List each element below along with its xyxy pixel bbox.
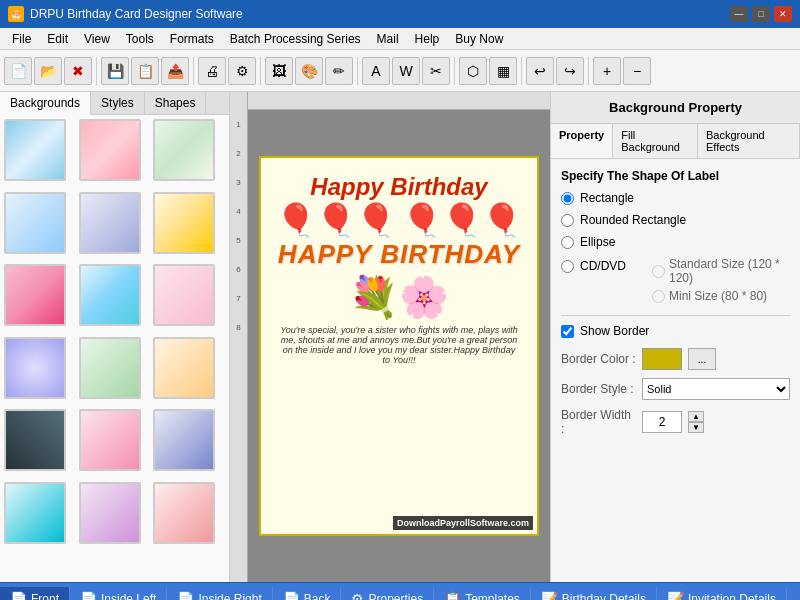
bg-thumb-5[interactable]	[79, 192, 141, 254]
property-tabs: Property Fill Background Background Effe…	[551, 124, 800, 159]
spinner-up[interactable]: ▲	[688, 411, 704, 422]
border-width-input[interactable]	[642, 411, 682, 433]
maximize-button[interactable]: □	[752, 6, 770, 22]
border-color-picker[interactable]	[642, 348, 682, 370]
prop-tab-property[interactable]: Property	[551, 124, 613, 158]
print-setup-button[interactable]: ⚙	[228, 57, 256, 85]
text-button[interactable]: A	[362, 57, 390, 85]
zoom-out-button[interactable]: −	[623, 57, 651, 85]
cd-mini-option[interactable]: Mini Size (80 * 80)	[652, 289, 790, 303]
undo-button[interactable]: ↩	[526, 57, 554, 85]
bg-thumb-14[interactable]	[79, 409, 141, 471]
bottom-tab-properties[interactable]: ⚙ Properties	[341, 587, 434, 601]
bg-thumb-4[interactable]	[4, 192, 66, 254]
image-button[interactable]: 🖼	[265, 57, 293, 85]
menu-help[interactable]: Help	[407, 30, 448, 48]
menu-tools[interactable]: Tools	[118, 30, 162, 48]
tab-styles[interactable]: Styles	[91, 92, 145, 114]
export-button[interactable]: 📤	[161, 57, 189, 85]
radio-rectangle-input[interactable]	[561, 192, 574, 205]
bg-thumb-16[interactable]	[4, 482, 66, 544]
menu-formats[interactable]: Formats	[162, 30, 222, 48]
bg-thumb-17[interactable]	[79, 482, 141, 544]
bg-thumb-13[interactable]	[4, 409, 66, 471]
radio-cd-dvd-input[interactable]	[561, 260, 574, 273]
prop-tab-effects[interactable]: Background Effects	[698, 124, 800, 158]
thumbnail-grid	[0, 115, 229, 555]
bg-thumb-1[interactable]	[4, 119, 66, 181]
menu-batch[interactable]: Batch Processing Series	[222, 30, 369, 48]
right-panel: Background Property Property Fill Backgr…	[550, 92, 800, 582]
menu-edit[interactable]: Edit	[39, 30, 76, 48]
open-button[interactable]: 📂	[34, 57, 62, 85]
bottom-tab-back[interactable]: 📄 Back	[273, 587, 342, 601]
save-as-button[interactable]: 📋	[131, 57, 159, 85]
zoom-in-button[interactable]: +	[593, 57, 621, 85]
bg-thumb-10[interactable]	[4, 337, 66, 399]
radio-rounded-input[interactable]	[561, 214, 574, 227]
bottom-tab-front[interactable]: 📄 Front	[0, 587, 70, 601]
bottom-tab-birthday-details[interactable]: 📝 Birthday Details	[531, 587, 657, 601]
draw-button[interactable]: ✏	[325, 57, 353, 85]
back-label: Back	[304, 592, 331, 601]
bg-thumb-3[interactable]	[153, 119, 215, 181]
bg-thumb-7[interactable]	[4, 264, 66, 326]
bottom-tab-invitation-details[interactable]: 📝 Invitation Details	[657, 587, 787, 601]
radio-ellipse-input[interactable]	[561, 236, 574, 249]
radio-ellipse[interactable]: Ellipse	[561, 235, 790, 249]
cd-standard-input[interactable]	[652, 265, 665, 278]
left-tab-bar: Backgrounds Styles Shapes	[0, 92, 229, 115]
radio-rectangle[interactable]: Rectangle	[561, 191, 790, 205]
bg-thumb-8[interactable]	[79, 264, 141, 326]
clip-art-button[interactable]: ✂	[422, 57, 450, 85]
close-doc-button[interactable]: ✖	[64, 57, 92, 85]
word-art-button[interactable]: W	[392, 57, 420, 85]
menu-buy[interactable]: Buy Now	[447, 30, 511, 48]
tab-shapes[interactable]: Shapes	[145, 92, 207, 114]
border-color-more-button[interactable]: ...	[688, 348, 716, 370]
ruler-v-6: 6	[230, 265, 247, 274]
bg-thumb-18[interactable]	[153, 482, 215, 544]
bg-thumb-9[interactable]	[153, 264, 215, 326]
tab-backgrounds[interactable]: Backgrounds	[0, 92, 91, 115]
templates-label: Templates	[465, 592, 520, 601]
minimize-button[interactable]: —	[730, 6, 748, 22]
bottom-tab-inside-left[interactable]: 📄 Inside Left	[70, 587, 167, 601]
radio-ellipse-label: Ellipse	[580, 235, 615, 249]
toolbar-sep-6	[521, 57, 522, 85]
color-button[interactable]: 🎨	[295, 57, 323, 85]
bg-thumb-15[interactable]	[153, 409, 215, 471]
print-button[interactable]: 🖨	[198, 57, 226, 85]
bg-thumb-11[interactable]	[79, 337, 141, 399]
birthday-details-icon: 📝	[541, 591, 558, 601]
new-button[interactable]: 📄	[4, 57, 32, 85]
bg-thumb-6[interactable]	[153, 192, 215, 254]
balloon-right: 🎈🎈🎈	[402, 201, 522, 239]
bottom-tab-inside-right[interactable]: 📄 Inside Right	[167, 587, 272, 601]
shapes-button[interactable]: ⬡	[459, 57, 487, 85]
spinner-down[interactable]: ▼	[688, 422, 704, 433]
ruler-v-4: 4	[230, 207, 247, 216]
bg-thumb-12[interactable]	[153, 337, 215, 399]
cd-mini-input[interactable]	[652, 290, 665, 303]
menu-mail[interactable]: Mail	[369, 30, 407, 48]
close-button[interactable]: ✕	[774, 6, 792, 22]
radio-cd-dvd[interactable]: CD/DVD	[561, 259, 626, 273]
save-button[interactable]: 💾	[101, 57, 129, 85]
prop-tab-fill[interactable]: Fill Background	[613, 124, 698, 158]
card-balloons-row: 🎈🎈🎈 🎈🎈🎈	[271, 201, 527, 239]
bg-thumb-2[interactable]	[79, 119, 141, 181]
cd-standard-option[interactable]: Standard Size (120 * 120)	[652, 257, 790, 285]
border-style-row: Border Style : Solid Dashed Dotted Doubl…	[561, 378, 790, 400]
canvas-content[interactable]: Happy Birthday 🎈🎈🎈 🎈🎈🎈 HAPPY BIRTHDAY 💐🌸…	[248, 110, 550, 582]
border-style-select[interactable]: Solid Dashed Dotted Double	[642, 378, 790, 400]
inside-right-label: Inside Right	[198, 592, 261, 601]
barcode-button[interactable]: ▦	[489, 57, 517, 85]
menu-view[interactable]: View	[76, 30, 118, 48]
bottom-tab-templates[interactable]: 📋 Templates	[434, 587, 531, 601]
show-border-checkbox[interactable]	[561, 325, 574, 338]
radio-rounded[interactable]: Rounded Rectangle	[561, 213, 790, 227]
redo-button[interactable]: ↪	[556, 57, 584, 85]
border-style-label: Border Style :	[561, 382, 636, 396]
menu-file[interactable]: File	[4, 30, 39, 48]
